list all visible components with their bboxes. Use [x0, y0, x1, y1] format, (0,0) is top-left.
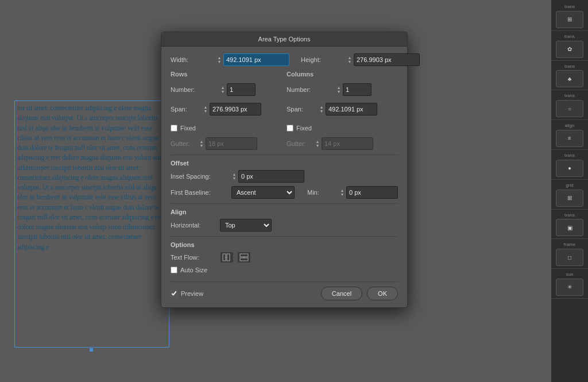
- svg-rect-0: [223, 254, 226, 261]
- toolbar-section-9: frame □: [551, 240, 588, 269]
- toolbar-btn-2[interactable]: ✿: [556, 41, 583, 58]
- rows-gutter-spin-down[interactable]: ▼: [199, 144, 204, 148]
- horizontal-row: Horizontal: Top Center Bottom Justify: [171, 219, 398, 231]
- columns-fixed-row: Fixed: [287, 125, 398, 132]
- preview-label: Preview: [181, 290, 203, 297]
- toolbar-btn-sun[interactable]: ✳: [556, 279, 583, 296]
- min-label: Min:: [307, 189, 336, 196]
- toolbar-btn-6[interactable]: ▣: [556, 219, 583, 236]
- columns-gutter-spin-up[interactable]: ▲: [315, 140, 320, 144]
- rows-header: Rows: [171, 71, 282, 78]
- min-spinner[interactable]: ▲ ▼: [339, 188, 345, 196]
- columns-gutter-row: Gutter: ▲ ▼: [287, 137, 398, 150]
- toolbar-btn-5[interactable]: ●: [556, 160, 583, 177]
- rows-span-spinner[interactable]: ▲ ▼: [203, 105, 208, 113]
- offset-header: Offset: [171, 160, 398, 167]
- horizontal-select[interactable]: Top Center Bottom Justify: [220, 219, 272, 231]
- rows-gutter-spinner[interactable]: ▲ ▼: [199, 140, 204, 148]
- options-header: Options: [171, 241, 398, 248]
- height-spin-down[interactable]: ▼: [347, 60, 353, 64]
- min-input[interactable]: [346, 186, 398, 199]
- rows-group: Rows Number: ▲ ▼ Span: ▲: [171, 71, 282, 150]
- width-input[interactable]: [223, 53, 289, 66]
- text-anchor-dot: [90, 348, 93, 352]
- inset-spacing-input[interactable]: [238, 170, 304, 183]
- toolbar-btn-frame[interactable]: □: [556, 249, 583, 266]
- dialog-buttons: Preview Cancel OK: [171, 281, 398, 300]
- columns-gutter-input-group: ▲ ▼: [315, 137, 373, 150]
- svg-rect-3: [240, 254, 248, 257]
- text-flow-horizontal-icon[interactable]: [220, 252, 234, 263]
- inset-spacing-spin-down[interactable]: ▼: [231, 176, 237, 180]
- columns-gutter-label: Gutter:: [287, 140, 312, 147]
- toolbar-btn-4[interactable]: ○: [556, 100, 583, 117]
- columns-span-spin-down[interactable]: ▼: [319, 109, 324, 113]
- rows-fixed-checkbox[interactable]: [171, 125, 177, 132]
- cancel-button[interactable]: Cancel: [321, 287, 362, 300]
- columns-number-input-group: ▲ ▼: [336, 83, 372, 96]
- columns-number-spin-up[interactable]: ▲: [336, 86, 342, 90]
- rows-gutter-spin-up[interactable]: ▲: [199, 140, 204, 144]
- columns-fixed-label: Fixed: [296, 125, 312, 132]
- width-spin-down[interactable]: ▼: [216, 60, 222, 64]
- height-input[interactable]: [354, 53, 420, 66]
- align-icon: ≡: [568, 135, 571, 141]
- inset-spacing-row: Inset Spacing: ▲ ▼: [171, 170, 398, 183]
- width-spinner[interactable]: ▲ ▼: [216, 56, 222, 64]
- toolbar-btn-align[interactable]: ≡: [556, 130, 583, 147]
- auto-size-label: Auto Size: [180, 267, 207, 273]
- preview-checkbox[interactable]: [171, 290, 177, 297]
- width-label: Width:: [171, 56, 216, 63]
- columns-header: Columns: [287, 71, 398, 78]
- columns-group: Columns Number: ▲ ▼ Span:: [287, 71, 398, 150]
- columns-number-input[interactable]: [343, 83, 372, 96]
- inset-spacing-spinner[interactable]: ▲ ▼: [231, 172, 237, 180]
- columns-span-input[interactable]: [326, 103, 377, 115]
- canvas-text: lor sit amet, consectetuer adipiscing e …: [17, 103, 167, 252]
- rows-number-input-group: ▲ ▼: [220, 83, 256, 96]
- height-spin-up[interactable]: ▲: [347, 56, 353, 60]
- toolbar-section-7: grid ⊞: [551, 181, 588, 210]
- toolbar-btn-3[interactable]: ♣: [556, 70, 583, 87]
- height-spinner[interactable]: ▲ ▼: [347, 56, 353, 64]
- columns-fixed-checkbox[interactable]: [287, 125, 293, 132]
- toolbar-btn-grid[interactable]: ⊞: [556, 190, 583, 207]
- horizontal-label: Horizontal:: [171, 222, 216, 229]
- rows-gutter-input: [206, 137, 257, 150]
- divider-3: [171, 236, 398, 237]
- rows-number-spin-down[interactable]: ▼: [220, 90, 226, 94]
- text-flow-icons: [220, 252, 251, 263]
- transform-icon: ⊞: [567, 16, 572, 22]
- svg-rect-1: [227, 254, 230, 261]
- columns-gutter-input: [322, 137, 373, 150]
- toolbar-section-5: align ≡: [551, 121, 588, 150]
- toolbar-btn-transform[interactable]: ⊞: [556, 11, 583, 28]
- columns-gutter-spinner[interactable]: ▲ ▼: [315, 140, 320, 148]
- min-spin-up[interactable]: ▲: [339, 188, 345, 192]
- width-spin-up[interactable]: ▲: [216, 56, 222, 60]
- columns-span-spinner[interactable]: ▲ ▼: [319, 105, 324, 113]
- toolbar-section-2: trans ✿: [551, 32, 588, 61]
- inset-spacing-spin-up[interactable]: ▲: [231, 172, 237, 176]
- columns-number-spin-down[interactable]: ▼: [336, 90, 342, 94]
- ok-button[interactable]: OK: [367, 287, 398, 300]
- rows-span-spin-up[interactable]: ▲: [203, 105, 208, 109]
- rows-number-spinner[interactable]: ▲ ▼: [220, 86, 226, 94]
- rows-number-input[interactable]: [227, 83, 256, 96]
- rows-span-input[interactable]: [210, 103, 261, 115]
- min-spin-down[interactable]: ▼: [339, 192, 345, 196]
- first-baseline-select[interactable]: Ascent Cap Height Leading x Height Em Bo…: [231, 186, 295, 199]
- divider-2: [171, 203, 398, 204]
- auto-size-checkbox[interactable]: [171, 267, 177, 273]
- bullet-icon: ●: [568, 165, 571, 171]
- rows-columns-section: Rows Number: ▲ ▼ Span: ▲: [171, 71, 398, 150]
- text-flow-vertical-icon[interactable]: [237, 252, 251, 263]
- rows-span-spin-down[interactable]: ▼: [203, 109, 208, 113]
- width-input-group: ▲ ▼: [216, 53, 289, 66]
- toolbar-section-1: trans ⊞: [551, 2, 588, 31]
- columns-span-spin-up[interactable]: ▲: [319, 105, 324, 109]
- columns-gutter-spin-down[interactable]: ▼: [315, 144, 320, 148]
- columns-number-spinner[interactable]: ▲ ▼: [336, 86, 342, 94]
- columns-span-input-group: ▲ ▼: [319, 103, 377, 115]
- rows-number-spin-up[interactable]: ▲: [220, 86, 226, 90]
